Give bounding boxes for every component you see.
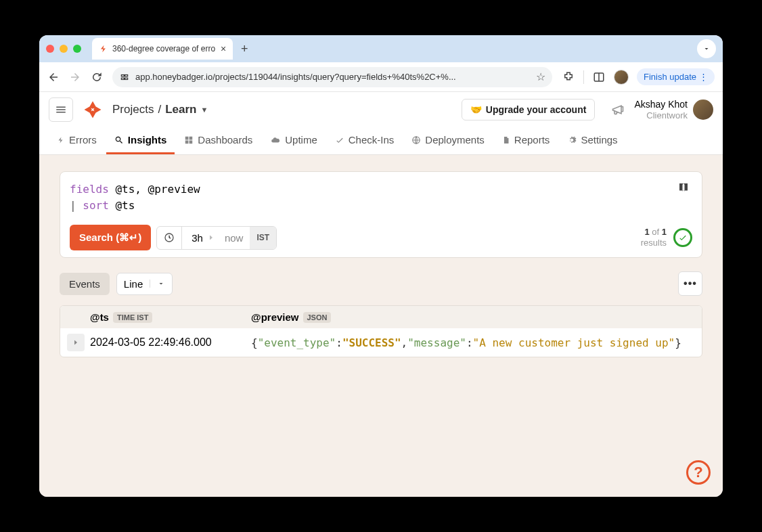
bookmark-star-icon[interactable]: ☆ xyxy=(536,70,545,83)
column-ts-label: @ts xyxy=(90,311,109,323)
user-menu[interactable]: Akshay Khot Clientwork xyxy=(634,99,713,120)
time-from-value[interactable]: 3h xyxy=(182,227,204,249)
user-avatar-icon xyxy=(693,99,713,120)
globe-icon xyxy=(411,135,421,145)
time-to-value[interactable]: now xyxy=(218,227,250,249)
site-settings-icon[interactable] xyxy=(119,72,130,83)
close-window-button[interactable] xyxy=(46,45,54,53)
column-ts-type-badge: TIME IST xyxy=(113,312,152,323)
viz-type-label: Line xyxy=(124,278,143,290)
nav-tab-insights[interactable]: Insights xyxy=(106,127,175,154)
events-toolbar: Events Line ••• xyxy=(60,271,702,296)
grid-icon xyxy=(184,135,194,145)
cell-preview: {"event_type":"SUCCESS","message":"A new… xyxy=(251,336,695,349)
results-label: results xyxy=(641,238,667,248)
time-range-picker[interactable]: 3h now IST xyxy=(156,226,277,250)
chevron-down-icon xyxy=(150,280,165,288)
back-button[interactable] xyxy=(47,71,60,83)
hamburger-menu-button[interactable] xyxy=(49,97,73,122)
profile-avatar-icon[interactable] xyxy=(614,70,629,85)
check-icon xyxy=(335,135,344,145)
nav-tab-reports[interactable]: Reports xyxy=(494,127,558,154)
user-display-name: Akshay Khot xyxy=(634,99,688,110)
nav-tab-dashboards[interactable]: Dashboards xyxy=(176,127,261,154)
results-current-count: 1 xyxy=(644,227,649,237)
search-icon xyxy=(114,135,124,145)
window-controls xyxy=(46,45,81,53)
project-dropdown-icon[interactable]: ▼ xyxy=(200,106,208,114)
divider xyxy=(583,70,584,84)
kebab-icon: ⋮ xyxy=(699,72,708,82)
minimize-window-button[interactable] xyxy=(60,45,68,53)
help-button[interactable]: ? xyxy=(686,460,711,485)
svg-rect-0 xyxy=(121,74,124,76)
upgrade-account-button[interactable]: 🤝 Upgrade your account xyxy=(462,99,596,120)
nav-tab-checkins[interactable]: Check-Ins xyxy=(327,127,403,154)
nav-label: Dashboards xyxy=(198,134,252,146)
browser-tab[interactable]: 360-degree coverage of erro × xyxy=(92,38,233,60)
clock-icon[interactable] xyxy=(157,227,182,249)
nav-tab-errors[interactable]: Errors xyxy=(49,127,105,154)
forward-button[interactable] xyxy=(69,71,81,83)
cell-timestamp: 2024-03-05 22:49:46.000 xyxy=(90,336,246,349)
search-button-label: Search (⌘↵) xyxy=(79,231,141,244)
breadcrumb-project-name[interactable]: Learn xyxy=(165,103,196,116)
url-bar[interactable]: app.honeybadger.io/projects/119044/insig… xyxy=(112,67,552,87)
events-tab[interactable]: Events xyxy=(60,273,110,295)
timezone-badge[interactable]: IST xyxy=(250,227,276,249)
tabs-dropdown-button[interactable] xyxy=(697,39,716,58)
query-keyword-sort: sort xyxy=(83,199,109,212)
toolbar-right: Finish update ⋮ xyxy=(562,68,715,85)
query-text: @ts xyxy=(109,199,135,212)
nav-tab-settings[interactable]: Settings xyxy=(559,127,625,154)
user-org-name: Clientwork xyxy=(646,110,688,121)
nav-tab-uptime[interactable]: Uptime xyxy=(262,127,326,154)
browser-toolbar: app.honeybadger.io/projects/119044/insig… xyxy=(39,62,723,92)
query-card: fields @ts, @preview | sort @ts Search (… xyxy=(60,171,702,258)
breadcrumb-projects[interactable]: Projects xyxy=(112,103,154,116)
favicon-icon xyxy=(99,44,108,53)
query-keyword-fields: fields xyxy=(70,183,109,196)
column-preview-type-badge: JSON xyxy=(303,312,332,323)
reload-button[interactable] xyxy=(91,71,103,83)
finish-update-button[interactable]: Finish update ⋮ xyxy=(637,68,715,85)
close-tab-button[interactable]: × xyxy=(221,43,226,54)
cloud-icon xyxy=(270,135,281,145)
user-names: Akshay Khot Clientwork xyxy=(634,99,688,120)
expand-row-button[interactable] xyxy=(67,334,85,351)
maximize-window-button[interactable] xyxy=(73,45,81,53)
svg-rect-1 xyxy=(125,74,128,76)
finish-update-label: Finish update xyxy=(644,72,696,82)
sidepanel-icon[interactable] xyxy=(592,70,606,84)
svg-rect-2 xyxy=(121,78,124,79)
breadcrumb-separator: / xyxy=(158,103,161,116)
column-header-preview[interactable]: @preview JSON xyxy=(251,311,695,323)
bolt-icon xyxy=(57,135,65,145)
upgrade-label: Upgrade your account xyxy=(486,104,587,115)
extensions-icon[interactable] xyxy=(562,70,575,84)
new-tab-button[interactable]: + xyxy=(237,41,252,56)
tab-title: 360-degree coverage of erro xyxy=(112,44,215,53)
time-arrow-icon xyxy=(204,227,218,249)
nav-label: Reports xyxy=(514,134,550,146)
table-header: @ts TIME IST @preview JSON xyxy=(60,306,702,328)
search-row: Search (⌘↵) 3h now IST xyxy=(70,225,692,250)
query-pipe: | xyxy=(70,199,83,212)
more-actions-button[interactable]: ••• xyxy=(678,271,702,296)
search-button[interactable]: Search (⌘↵) xyxy=(70,225,151,250)
gear-icon xyxy=(567,135,577,145)
results-of: of xyxy=(650,227,662,237)
app-header: Projects / Learn ▼ 🤝 Upgrade your accoun… xyxy=(39,92,723,155)
app-body: Projects / Learn ▼ 🤝 Upgrade your accoun… xyxy=(39,92,723,497)
query-editor[interactable]: fields @ts, @preview | sort @ts xyxy=(70,181,692,214)
app-header-top: Projects / Learn ▼ 🤝 Upgrade your accoun… xyxy=(39,92,723,127)
nav-tab-deployments[interactable]: Deployments xyxy=(403,127,493,154)
document-icon xyxy=(502,135,510,145)
announcements-icon[interactable] xyxy=(611,103,625,116)
visualization-type-select[interactable]: Line xyxy=(116,273,173,295)
honeybadger-logo-icon[interactable] xyxy=(83,99,103,120)
column-header-ts[interactable]: @ts TIME IST xyxy=(90,311,246,323)
nav-label: Check-Ins xyxy=(349,134,395,146)
query-docs-icon[interactable] xyxy=(677,181,690,194)
results-info: 1 of 1 results xyxy=(641,227,692,248)
